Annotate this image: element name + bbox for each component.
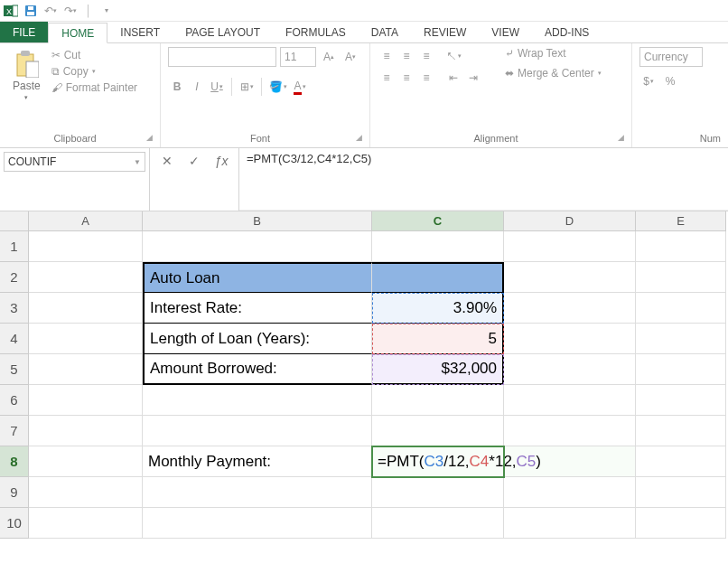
tab-formulas[interactable]: FORMULAS <box>273 22 359 42</box>
cell-E5[interactable] <box>636 354 726 385</box>
worksheet-grid[interactable]: 12345678910 Auto LoanInterest Rate:3.90%… <box>0 231 728 539</box>
row-header-5[interactable]: 5 <box>0 354 29 385</box>
italic-button[interactable]: I <box>188 78 206 96</box>
cell-E8[interactable] <box>636 446 726 477</box>
cell-C9[interactable] <box>372 477 504 508</box>
cell-B4[interactable]: Length of Loan (Years): <box>143 324 372 354</box>
cell-A7[interactable] <box>29 416 143 446</box>
clipboard-dialog-launcher[interactable]: ◢ <box>146 133 153 142</box>
paste-button[interactable]: Paste ▾ <box>7 47 46 103</box>
cell-B1[interactable] <box>143 231 372 262</box>
cell-B8[interactable]: Monthly Payment: <box>143 446 372 477</box>
orientation-button[interactable]: ⭦▾ <box>444 47 463 65</box>
cell-A4[interactable] <box>29 324 143 354</box>
save-icon[interactable] <box>23 4 38 18</box>
cell-C1[interactable] <box>372 231 504 262</box>
cell-E9[interactable] <box>636 477 726 508</box>
cell-A2[interactable] <box>29 262 143 293</box>
cell-C10[interactable] <box>372 508 504 539</box>
row-header-10[interactable]: 10 <box>0 508 29 539</box>
cell-A1[interactable] <box>29 231 143 262</box>
align-right-icon[interactable]: ≡ <box>417 69 435 87</box>
cell-B2[interactable]: Auto Loan <box>143 262 372 293</box>
cut-button[interactable]: ✂Cut <box>51 49 137 61</box>
insert-function-button[interactable]: ƒx <box>213 154 229 168</box>
row-header-3[interactable]: 3 <box>0 293 29 324</box>
row-header-9[interactable]: 9 <box>0 477 29 508</box>
tab-insert[interactable]: INSERT <box>107 22 173 42</box>
tab-file[interactable]: FILE <box>0 22 48 42</box>
align-top-icon[interactable]: ≡ <box>378 47 396 65</box>
cell-E6[interactable] <box>636 385 726 416</box>
cancel-formula-button[interactable]: ✕ <box>159 154 175 168</box>
cell-C2[interactable] <box>372 262 504 293</box>
cell-D2[interactable] <box>504 262 636 293</box>
select-all-corner[interactable] <box>0 211 29 231</box>
wrap-text-button[interactable]: ⤶Wrap Text <box>505 47 602 60</box>
alignment-dialog-launcher[interactable]: ◢ <box>618 133 624 142</box>
cell-C7[interactable] <box>372 416 504 446</box>
cell-A6[interactable] <box>29 385 143 416</box>
row-header-2[interactable]: 2 <box>0 262 29 293</box>
row-header-1[interactable]: 1 <box>0 231 29 262</box>
cell-A5[interactable] <box>29 354 143 385</box>
number-format-select[interactable] <box>639 47 703 67</box>
align-middle-icon[interactable]: ≡ <box>397 47 415 65</box>
cell-A3[interactable] <box>29 293 143 324</box>
cell-B7[interactable] <box>143 416 372 446</box>
column-header-E[interactable]: E <box>636 211 726 231</box>
accounting-format-button[interactable]: $▾ <box>639 72 658 90</box>
increase-font-icon[interactable]: A▴ <box>320 48 338 66</box>
cell-E10[interactable] <box>636 508 726 539</box>
cell-B10[interactable] <box>143 508 372 539</box>
decrease-indent-icon[interactable]: ⇤ <box>444 69 462 87</box>
customize-qat-icon[interactable]: ▾ <box>99 4 114 18</box>
align-bottom-icon[interactable]: ≡ <box>417 47 435 65</box>
font-size-select[interactable] <box>280 47 316 67</box>
cell-D10[interactable] <box>504 508 636 539</box>
merge-center-button[interactable]: ⬌Merge & Center▾ <box>505 67 602 80</box>
redo-icon[interactable]: ↷▾ <box>63 4 78 18</box>
cell-B6[interactable] <box>143 385 372 416</box>
undo-icon[interactable]: ↶▾ <box>43 4 58 18</box>
align-center-icon[interactable]: ≡ <box>397 69 415 87</box>
cell-A10[interactable] <box>29 508 143 539</box>
copy-button[interactable]: ⧉Copy▾ <box>51 65 137 78</box>
cell-D4[interactable] <box>504 324 636 354</box>
increase-indent-icon[interactable]: ⇥ <box>464 69 482 87</box>
cell-E2[interactable] <box>636 262 726 293</box>
tab-view[interactable]: VIEW <box>479 22 532 42</box>
font-color-button[interactable]: A▾ <box>291 78 309 96</box>
tab-page-layout[interactable]: PAGE LAYOUT <box>173 22 273 42</box>
underline-button[interactable]: U▾ <box>208 78 226 96</box>
cell-D6[interactable] <box>504 385 636 416</box>
name-box[interactable]: COUNTIF ▼ <box>4 152 145 172</box>
font-name-select[interactable] <box>168 47 276 67</box>
column-header-D[interactable]: D <box>504 211 636 231</box>
bold-button[interactable]: B <box>168 78 186 96</box>
borders-button[interactable]: ⊞▾ <box>238 78 256 96</box>
cell-C3[interactable]: 3.90% <box>372 293 504 324</box>
cell-B3[interactable]: Interest Rate: <box>143 293 372 324</box>
cell-D1[interactable] <box>504 231 636 262</box>
column-header-A[interactable]: A <box>29 211 143 231</box>
cell-E7[interactable] <box>636 416 726 446</box>
format-painter-button[interactable]: 🖌Format Painter <box>51 81 137 94</box>
cell-B5[interactable]: Amount Borrowed: <box>143 354 372 385</box>
enter-formula-button[interactable]: ✓ <box>186 154 202 168</box>
align-left-icon[interactable]: ≡ <box>378 69 396 87</box>
formula-bar[interactable]: =PMT(C3/12,C4*12,C5) <box>239 148 728 211</box>
cell-A8[interactable] <box>29 446 143 477</box>
row-header-7[interactable]: 7 <box>0 416 29 446</box>
tab-data[interactable]: DATA <box>359 22 411 42</box>
cell-D3[interactable] <box>504 293 636 324</box>
tab-home[interactable]: HOME <box>48 23 107 43</box>
tab-review[interactable]: REVIEW <box>411 22 479 42</box>
percent-format-button[interactable]: % <box>661 72 679 90</box>
cell-D7[interactable] <box>504 416 636 446</box>
row-header-8[interactable]: 8 <box>0 446 29 477</box>
cell-E1[interactable] <box>636 231 726 262</box>
tab-addins[interactable]: ADD-INS <box>532 22 602 42</box>
row-header-4[interactable]: 4 <box>0 324 29 354</box>
cell-A9[interactable] <box>29 477 143 508</box>
